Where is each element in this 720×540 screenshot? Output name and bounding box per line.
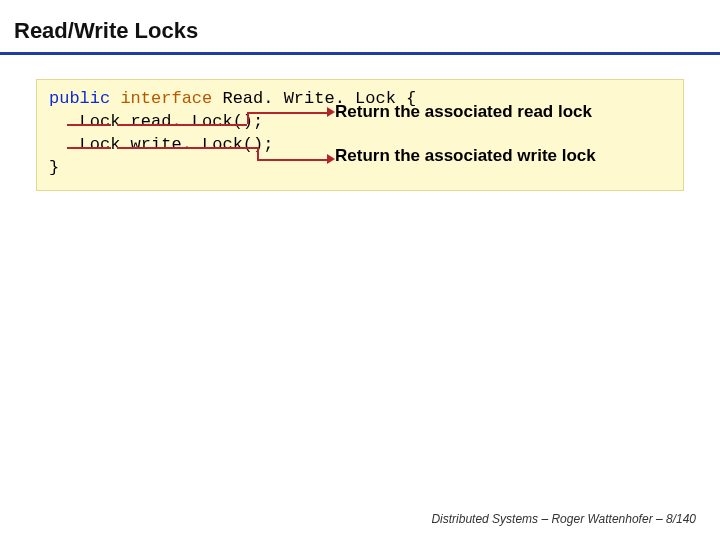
underline-decoration: [117, 147, 257, 149]
arrow-head-icon: [327, 107, 335, 117]
slide: Read/Write Locks public interface Read. …: [0, 0, 720, 540]
underline-decoration: [117, 124, 247, 126]
arrow-connector: [247, 112, 249, 124]
page-title: Read/Write Locks: [0, 0, 720, 52]
keyword-public: public: [49, 89, 110, 108]
footer-page: – 8/140: [653, 512, 696, 526]
arrow-connector: [247, 112, 329, 114]
type-lock: Lock: [80, 135, 121, 154]
footer-author: Roger Wattenhofer: [551, 512, 652, 526]
indent: [49, 112, 80, 131]
title-rule: [0, 52, 720, 55]
annotation-read-lock: Return the associated read lock: [335, 102, 592, 122]
annotation-write-lock: Return the associated write lock: [335, 146, 596, 166]
footer-sep: –: [538, 512, 551, 526]
keyword-interface: interface: [120, 89, 212, 108]
arrow-connector: [257, 159, 329, 161]
underline-decoration: [67, 124, 111, 126]
arrow-head-icon: [327, 154, 335, 164]
slide-footer: Distributed Systems – Roger Wattenhofer …: [431, 512, 696, 526]
code-text: write. Lock();: [120, 135, 273, 154]
code-text: }: [49, 158, 59, 177]
footer-course: Distributed Systems: [431, 512, 538, 526]
indent: [49, 135, 80, 154]
underline-decoration: [67, 147, 111, 149]
type-lock: Lock: [80, 112, 121, 131]
code-block: public interface Read. Write. Lock { Loc…: [36, 79, 684, 191]
code-text: read. Lock();: [120, 112, 263, 131]
